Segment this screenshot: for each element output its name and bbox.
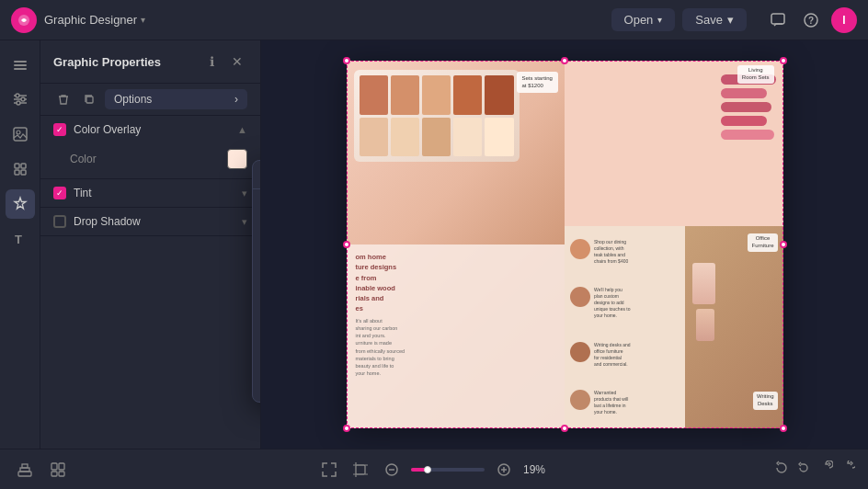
picker-tabs: Picker Library bbox=[253, 161, 261, 189]
right-bottom-left: Shop our diningcollection, withteak tabl… bbox=[565, 226, 685, 428]
options-row: Options › bbox=[40, 84, 260, 116]
color-overlay-section: Color Overlay ▲ Color bbox=[40, 116, 260, 179]
selection-handle-bm[interactable] bbox=[561, 425, 568, 432]
panel-duplicate-button[interactable] bbox=[79, 89, 99, 109]
zoom-out-button[interactable] bbox=[380, 458, 404, 482]
right-item-4: Warrantiedproducts that willlast a lifet… bbox=[570, 390, 680, 415]
sidebar-item-adjust[interactable] bbox=[6, 85, 35, 114]
svg-rect-20 bbox=[15, 170, 19, 175]
picker-hex-row: + bbox=[253, 195, 261, 211]
icon-sidebar: T bbox=[0, 40, 40, 449]
right-top: Living Room Sets bbox=[565, 61, 783, 226]
svg-text:?: ? bbox=[808, 16, 814, 26]
svg-rect-35 bbox=[356, 465, 365, 474]
history-forward-button[interactable] bbox=[840, 461, 855, 479]
writing-desks-text: Writing Desks bbox=[753, 392, 778, 410]
sidebar-item-layers[interactable] bbox=[6, 50, 35, 79]
tint-section: Tint ▾ bbox=[40, 179, 260, 208]
recent-colors-section: Recent Colors bbox=[253, 351, 261, 392]
panel-close-button[interactable]: ✕ bbox=[227, 51, 247, 72]
svg-point-7 bbox=[16, 94, 19, 97]
options-button[interactable]: Options › bbox=[105, 89, 247, 109]
selection-handle-mr[interactable] bbox=[780, 241, 787, 248]
properties-panel: Graphic Properties ℹ ✕ Options › Color O… bbox=[40, 40, 261, 449]
bottom-bar: 19% bbox=[0, 449, 868, 489]
right-item-3: Writing desks andoffice furniturefor res… bbox=[570, 342, 680, 368]
bottom-center-controls: 19% bbox=[317, 458, 551, 482]
sidebar-item-text[interactable]: T bbox=[6, 224, 35, 254]
color-swatch[interactable] bbox=[227, 149, 247, 169]
svg-point-13 bbox=[17, 101, 20, 105]
redo-button[interactable] bbox=[818, 461, 833, 479]
crop-button[interactable] bbox=[348, 458, 372, 482]
right-section: Living Room Sets Shop our diningcollecti… bbox=[565, 61, 783, 428]
svg-rect-21 bbox=[21, 170, 26, 175]
zoom-in-button[interactable] bbox=[492, 458, 516, 482]
history-back-button[interactable] bbox=[774, 461, 789, 479]
selection-handle-tm[interactable] bbox=[561, 57, 568, 64]
undo-button[interactable] bbox=[796, 461, 811, 479]
tint-row[interactable]: Tint ▾ bbox=[40, 179, 260, 207]
panel-info-button[interactable]: ℹ bbox=[201, 51, 222, 72]
selection-handle-tr[interactable] bbox=[780, 57, 787, 64]
svg-rect-23 bbox=[86, 97, 93, 103]
fit-view-button[interactable] bbox=[317, 458, 341, 482]
svg-rect-31 bbox=[51, 463, 57, 470]
chat-icon-button[interactable] bbox=[765, 7, 791, 33]
svg-rect-5 bbox=[14, 64, 27, 66]
open-button[interactable]: Open ▾ bbox=[611, 8, 676, 31]
panel-delete-button[interactable] bbox=[53, 89, 74, 109]
pages-button[interactable] bbox=[46, 458, 70, 482]
office-furniture-text: Office Furniture bbox=[748, 233, 777, 252]
right-item-2: We'll help youplan customdesigns to addu… bbox=[570, 287, 680, 319]
right-item-1: Shop our diningcollection, withteak tabl… bbox=[570, 239, 680, 265]
left-title: om hometure designse frominable woodrial… bbox=[356, 252, 556, 314]
app-name-label: Graphic Designer bbox=[44, 13, 137, 27]
color-overlay-row[interactable]: Color Overlay ▲ bbox=[40, 116, 260, 143]
drop-shadow-section: Drop Shadow ▾ bbox=[40, 208, 260, 236]
drop-shadow-row[interactable]: Drop Shadow ▾ bbox=[40, 208, 260, 235]
color-label: Color bbox=[70, 153, 220, 165]
svg-rect-30 bbox=[22, 464, 28, 468]
svg-rect-33 bbox=[51, 472, 57, 476]
save-button[interactable]: Save ▾ bbox=[682, 8, 747, 31]
zoom-slider[interactable] bbox=[411, 468, 485, 472]
panel-header-icons: ℹ ✕ bbox=[201, 51, 247, 72]
svg-text:T: T bbox=[15, 233, 22, 246]
main-area: T Graphic Properties ℹ ✕ Options › bbox=[0, 40, 868, 449]
svg-rect-34 bbox=[59, 472, 64, 476]
tint-checkbox[interactable] bbox=[53, 187, 66, 199]
selection-handle-tl[interactable] bbox=[343, 57, 350, 64]
selection-handle-br[interactable] bbox=[780, 425, 787, 432]
svg-rect-1 bbox=[771, 14, 784, 24]
zoom-percent: 19% bbox=[523, 463, 551, 476]
tint-chevron: ▾ bbox=[242, 188, 247, 199]
app-name-button[interactable]: Graphic Designer ▾ bbox=[44, 13, 145, 27]
svg-rect-28 bbox=[18, 472, 31, 476]
user-avatar[interactable]: I bbox=[831, 7, 857, 33]
canvas-area[interactable]: Sets starting at $1200 om hometure desig… bbox=[261, 40, 868, 449]
selection-handle-ml[interactable] bbox=[343, 241, 350, 248]
help-icon-button[interactable]: ? bbox=[798, 7, 824, 33]
panel-title: Graphic Properties bbox=[53, 55, 196, 69]
svg-rect-6 bbox=[14, 68, 27, 70]
layers-toggle-button[interactable] bbox=[13, 458, 37, 482]
eyeshadow-palette bbox=[354, 70, 520, 162]
color-overlay-label: Color Overlay bbox=[74, 123, 230, 136]
selection-handle-bl[interactable] bbox=[343, 425, 350, 432]
svg-rect-4 bbox=[14, 61, 27, 63]
sidebar-item-media[interactable] bbox=[6, 119, 35, 149]
right-item-text-1: Shop our diningcollection, withteak tabl… bbox=[594, 239, 628, 265]
svg-rect-32 bbox=[59, 463, 64, 470]
drop-shadow-checkbox[interactable] bbox=[53, 215, 66, 228]
sidebar-item-shapes[interactable] bbox=[6, 154, 35, 184]
color-overlay-chevron: ▲ bbox=[237, 124, 247, 135]
tint-label: Tint bbox=[74, 187, 234, 199]
sidebar-item-effects[interactable] bbox=[6, 189, 35, 219]
sets-starting-text: Sets starting at $1200 bbox=[517, 72, 558, 93]
bottom-right-controls bbox=[774, 461, 855, 479]
svg-point-10 bbox=[21, 97, 25, 101]
svg-rect-19 bbox=[21, 164, 26, 168]
color-picker-popup: Picker Library + bbox=[252, 160, 261, 403]
color-overlay-checkbox[interactable] bbox=[53, 123, 66, 136]
